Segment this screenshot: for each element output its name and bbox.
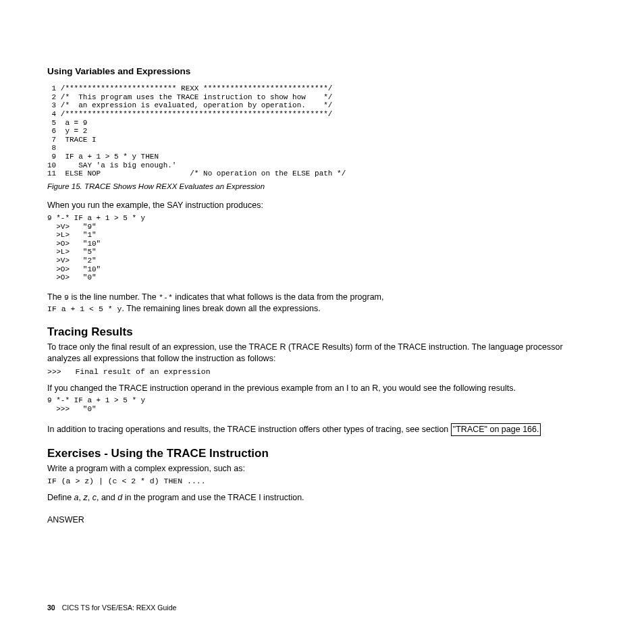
text: , — [79, 493, 84, 502]
figure-caption: Figure 15. TRACE Shows How REXX Evaluate… — [47, 182, 581, 190]
code-exercise: IF (a > z) | (c < 2 * d) THEN .... — [47, 477, 581, 485]
text: . The remaining lines break down all the… — [122, 304, 320, 313]
heading-tracing-results: Tracing Results — [47, 325, 581, 339]
paragraph: If you changed the TRACE instruction ope… — [47, 383, 581, 394]
page-number: 30 — [47, 603, 55, 612]
link-trace-page-166[interactable]: "TRACE" on page 166. — [451, 423, 541, 436]
mono-text: *-* — [159, 293, 173, 302]
mono-text: 9 — [64, 293, 69, 302]
paragraph: In addition to tracing operations and re… — [47, 423, 581, 436]
text: The — [47, 292, 64, 302]
text: , and — [97, 493, 117, 502]
paragraph: To trace only the final result of an exp… — [47, 342, 581, 365]
footer-text: CICS TS for VSE/ESA: REXX Guide — [62, 603, 177, 612]
code-output-1: 9 *-* IF a + 1 > 5 * y >V> "9" >L> "1" >… — [47, 214, 581, 282]
paragraph: When you run the example, the SAY instru… — [47, 200, 581, 211]
section-title: Using Variables and Expressions — [47, 66, 581, 76]
heading-exercises: Exercises - Using the TRACE Instruction — [47, 447, 581, 460]
code-output-3: 9 *-* IF a + 1 > 5 * y >>> "0" — [47, 396, 581, 413]
code-listing-1: 1 /************************* REXX ******… — [47, 84, 581, 178]
answer-label: ANSWER — [47, 515, 581, 525]
text: In addition to tracing operations and re… — [47, 425, 451, 434]
text: , — [88, 493, 92, 502]
text: is the line number. The — [69, 292, 159, 302]
text: Define — [47, 493, 74, 502]
page-footer: 30CICS TS for VSE/ESA: REXX Guide — [47, 603, 176, 612]
mono-text: IF a + 1 < 5 * y — [47, 304, 122, 313]
code-output-2: >>> Final result of an expression — [47, 367, 581, 376]
italic-var: a — [74, 493, 79, 502]
paragraph: The 9 is the line number. The *-* indica… — [47, 292, 581, 315]
text: indicates that what follows is the data … — [173, 292, 384, 302]
paragraph: Write a program with a complex expressio… — [47, 463, 581, 475]
text: in the program and use the TRACE I instr… — [122, 493, 304, 502]
page-content: Using Variables and Expressions 1 /*****… — [0, 0, 644, 525]
paragraph: Define a, z, c, and d in the program and… — [47, 492, 581, 504]
